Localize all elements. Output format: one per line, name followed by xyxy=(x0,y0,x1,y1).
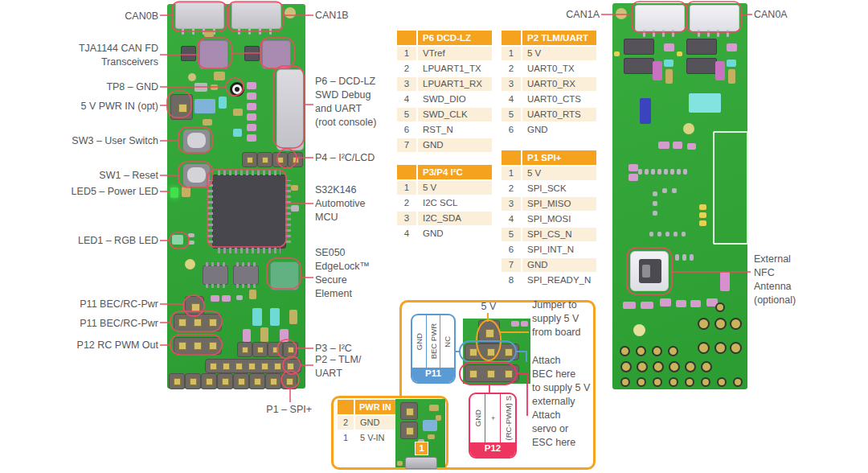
pin-number: 7 xyxy=(502,258,521,272)
callout-p11-row: P11 BEC/RC-Pwr xyxy=(32,317,158,331)
pin-signal: GND xyxy=(355,416,400,430)
pin-signal: RST_N xyxy=(418,123,492,137)
soic-chip xyxy=(233,265,259,285)
pin-signal: SPI_READY_N xyxy=(522,274,596,287)
pin-signal: I2C SCL xyxy=(418,196,492,210)
p1-pin xyxy=(249,373,265,389)
pin-number: 1 xyxy=(502,167,521,180)
smd-pad xyxy=(677,169,681,175)
pin-row: 3SPI_MISO xyxy=(502,197,596,211)
pin-signal: LPUART1_RX xyxy=(418,77,492,91)
smd-pad xyxy=(247,82,256,89)
callout-tp8: TP8 – GND xyxy=(32,80,158,94)
smd-pad xyxy=(182,187,190,197)
smd-chip xyxy=(624,39,654,55)
callout-se050: SE050 EdgeLock™ Secure Element xyxy=(315,246,395,301)
pin-signal: LPUART1_TX xyxy=(418,62,492,76)
can1a-connector xyxy=(635,5,685,31)
p1-pin xyxy=(217,373,233,389)
smd-pad xyxy=(247,93,256,100)
p3-pin xyxy=(252,342,268,357)
through-hole-pad xyxy=(685,377,694,387)
p12-title: P12 xyxy=(470,442,515,457)
callout-led1: LED1 – RGB LED xyxy=(32,234,158,248)
sot-transistor xyxy=(244,46,260,61)
pin-number: 4 xyxy=(502,212,521,226)
p3-pin xyxy=(268,342,283,357)
smd-pad xyxy=(291,185,298,191)
smd-pad xyxy=(428,434,435,439)
smd-pad xyxy=(699,212,706,218)
through-hole-pad xyxy=(637,377,646,387)
through-hole-pad xyxy=(701,377,710,387)
pin-number: 8 xyxy=(502,274,521,287)
pin-signal: GND xyxy=(522,123,596,137)
through-hole-pad xyxy=(717,377,727,387)
through-hole-pad xyxy=(620,377,630,387)
p4-pin xyxy=(242,152,257,167)
pin-row: 5SWD_CLK xyxy=(397,108,492,121)
pin-number: 5 xyxy=(397,108,416,121)
through-hole-pad xyxy=(730,342,742,354)
pin-table-p1: P1 SPI+ 15 V2SPI_SCK3SPI_MISO4SPI_MOSI5S… xyxy=(502,150,596,289)
pin-table-header: P1 SPI+ xyxy=(502,150,596,165)
p1-pin xyxy=(233,373,249,389)
callout-can1a: CAN1A xyxy=(561,8,600,22)
s32k146-mcu-chip xyxy=(212,175,286,249)
smd-pad xyxy=(665,69,673,84)
pin-signal: SWD_CLK xyxy=(418,108,492,121)
smd-pad xyxy=(657,169,661,175)
ldo-component xyxy=(194,99,215,113)
p3-pin xyxy=(237,342,252,357)
pin-signal: UART0_CTS xyxy=(522,93,596,106)
pin-row: 3LPUART1_RX xyxy=(397,77,492,91)
smd-pad xyxy=(728,69,735,84)
pin-signal: SPI_MOSI xyxy=(522,212,596,226)
smd-pad xyxy=(194,83,207,92)
connector-pin xyxy=(672,30,674,37)
can0a-connector xyxy=(690,5,739,31)
smd-pad xyxy=(682,254,686,261)
pin-signal: SWD_DIO xyxy=(418,93,492,106)
smd-chip xyxy=(624,58,654,74)
through-hole-pad xyxy=(620,361,632,372)
pin-signal: GND xyxy=(418,227,492,241)
smd-pad xyxy=(628,164,638,171)
pin-row: 5SPI_CS_N xyxy=(502,228,596,241)
pin-number: 1 xyxy=(338,431,354,445)
smd-pad xyxy=(203,119,212,125)
pin-number: 4 xyxy=(502,93,521,106)
p11-row-pins xyxy=(465,343,519,360)
smd-pad xyxy=(676,300,686,307)
pin-number: 1 xyxy=(502,47,521,60)
capacitor xyxy=(653,61,662,80)
smd-pad xyxy=(674,232,678,236)
pin-number: 5 xyxy=(502,108,521,121)
pin-row: 15 V xyxy=(502,167,596,180)
pin-table-header: P2 TLM/UART xyxy=(502,31,596,45)
pin-signal: UART0_TX xyxy=(522,62,596,76)
p11-title: P11 xyxy=(412,368,454,382)
through-hole-pad xyxy=(653,361,664,372)
smd-pad xyxy=(675,254,679,261)
connector-pin xyxy=(248,27,251,35)
pin-signal: GND xyxy=(522,258,596,272)
pin-number: 4 xyxy=(397,227,416,241)
callout-tja1144: TJA1144 CAN FD Transceivers xyxy=(32,42,158,69)
pin-number: 1 xyxy=(397,181,416,195)
pin-signal: 5 V-IN xyxy=(355,431,400,445)
through-hole-pad xyxy=(669,361,680,372)
pin-table-header: P6 DCD-LZ xyxy=(397,31,492,45)
front-board-photo xyxy=(167,4,305,389)
crystal-component xyxy=(689,93,721,113)
pin-row: 8SPI_READY_N xyxy=(502,274,596,287)
smd-pad xyxy=(211,84,218,90)
pwr-in-title: PWR IN xyxy=(355,400,400,414)
smd-pad xyxy=(233,109,243,116)
p4-pin xyxy=(272,152,288,167)
smd-pad xyxy=(397,461,403,466)
pin-row: 2UART0_TX xyxy=(502,62,596,76)
pin-table-header: P3/P4 I²C xyxy=(397,165,492,179)
smd-pad xyxy=(690,254,694,261)
pin-row: 1VTref xyxy=(397,47,492,60)
